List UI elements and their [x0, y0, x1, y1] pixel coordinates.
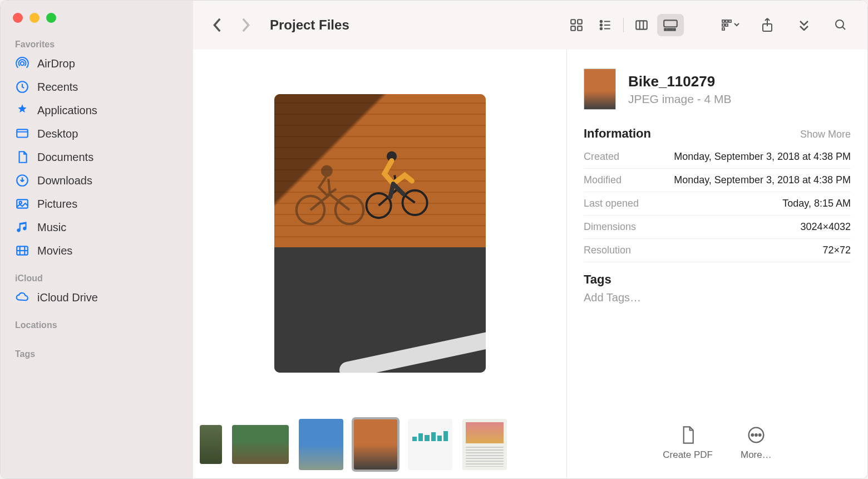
svg-rect-14	[578, 26, 582, 31]
sidebar-item-airdrop[interactable]: AirDrop	[1, 52, 193, 75]
minimize-window-button[interactable]	[29, 13, 40, 23]
sidebar-section-icloud: iCloud	[1, 270, 193, 286]
toolbar: Project Files	[193, 1, 867, 50]
thumbnail-item[interactable]	[462, 419, 507, 470]
sidebar-item-desktop[interactable]: Desktop	[1, 122, 193, 145]
file-header: Bike_110279 JPEG image - 4 MB	[584, 69, 851, 110]
sidebar-item-movies[interactable]: Movies	[1, 239, 193, 262]
toolbar-actions	[717, 14, 854, 36]
info-value: 72×72	[822, 245, 851, 256]
more-actions-button[interactable]: More…	[741, 425, 772, 461]
info-row-modified: Modified Monday, September 3, 2018 at 4:…	[584, 169, 851, 192]
info-value: 3024×4032	[800, 221, 851, 233]
music-icon	[15, 220, 29, 234]
info-row-resolution: Resolution 72×72	[584, 239, 851, 262]
quick-action-label: Create PDF	[663, 449, 713, 461]
info-value: Today, 8:15 AM	[782, 198, 851, 209]
info-value: Monday, September 3, 2018 at 4:38 PM	[674, 174, 851, 186]
sidebar-section-locations: Locations	[1, 317, 193, 333]
search-button[interactable]	[827, 14, 854, 36]
window-controls	[1, 7, 193, 36]
sidebar-item-label: Music	[37, 221, 66, 234]
sidebar-item-documents[interactable]: Documents	[1, 145, 193, 169]
preview-pane	[193, 50, 567, 478]
file-thumbnail	[584, 69, 616, 110]
more-icon	[746, 425, 766, 445]
info-panel: Bike_110279 JPEG image - 4 MB Informatio…	[567, 50, 867, 478]
svg-point-45	[751, 434, 753, 436]
thumbnail-item[interactable]	[200, 425, 222, 464]
more-toolbar-button[interactable]	[791, 14, 817, 36]
svg-point-46	[755, 434, 757, 436]
svg-rect-34	[722, 28, 724, 30]
svg-rect-33	[726, 24, 728, 26]
quick-actions: Create PDF More…	[584, 425, 851, 467]
info-value: Monday, September 3, 2018 at 4:38 PM	[674, 151, 851, 163]
create-pdf-button[interactable]: Create PDF	[663, 425, 713, 461]
thumbnail-item[interactable]	[299, 419, 343, 470]
cloud-icon	[15, 290, 29, 305]
tags-input[interactable]: Add Tags…	[584, 291, 851, 304]
sidebar-item-pictures[interactable]: Pictures	[1, 192, 193, 216]
svg-rect-29	[722, 20, 724, 22]
sidebar: Favorites AirDrop Recents Applications D…	[1, 1, 193, 478]
close-window-button[interactable]	[13, 13, 23, 23]
tags-section-title: Tags	[584, 272, 851, 287]
show-more-button[interactable]: Show More	[800, 129, 851, 140]
maximize-window-button[interactable]	[46, 13, 56, 23]
sidebar-item-label: Desktop	[37, 128, 78, 140]
applications-icon	[15, 103, 29, 118]
content-area: Bike_110279 JPEG image - 4 MB Informatio…	[193, 50, 867, 478]
pictures-icon	[15, 197, 29, 211]
svg-point-36	[836, 20, 844, 28]
sidebar-item-applications[interactable]: Applications	[1, 99, 193, 122]
info-key: Created	[584, 151, 619, 163]
svg-rect-25	[664, 28, 666, 30]
svg-point-47	[759, 434, 761, 436]
clock-icon	[15, 80, 29, 94]
downloads-icon	[15, 173, 29, 188]
thumbnail-strip	[193, 417, 566, 478]
share-button[interactable]	[754, 14, 781, 36]
sidebar-item-recents[interactable]: Recents	[1, 75, 193, 99]
sidebar-item-icloud-drive[interactable]: iCloud Drive	[1, 286, 193, 309]
preview-image[interactable]	[274, 94, 486, 373]
view-gallery-button[interactable]	[657, 14, 684, 36]
sidebar-item-label: Pictures	[37, 198, 77, 211]
sidebar-item-label: Applications	[37, 104, 97, 117]
file-subtitle: JPEG image - 4 MB	[628, 92, 732, 106]
info-row-created: Created Monday, September 3, 2018 at 4:3…	[584, 145, 851, 169]
group-by-button[interactable]	[717, 14, 744, 36]
svg-rect-31	[729, 20, 731, 22]
movies-icon	[15, 243, 29, 258]
sidebar-item-label: AirDrop	[37, 57, 75, 70]
svg-point-17	[600, 24, 602, 26]
sidebar-section-favorites: Favorites	[1, 36, 193, 52]
sidebar-item-label: Documents	[37, 151, 93, 164]
svg-point-40	[322, 167, 332, 176]
svg-rect-28	[673, 28, 675, 30]
preview-main	[193, 50, 566, 417]
thumbnail-item-selected[interactable]	[353, 419, 398, 470]
thumbnail-item[interactable]	[232, 425, 289, 464]
info-key: Resolution	[584, 245, 631, 256]
info-key: Last opened	[584, 198, 639, 209]
sidebar-item-music[interactable]: Music	[1, 216, 193, 239]
info-section-header: Information Show More	[584, 126, 851, 141]
svg-rect-27	[670, 28, 672, 30]
view-list-button[interactable]	[592, 14, 619, 36]
svg-point-0	[21, 62, 24, 66]
view-column-button[interactable]	[628, 14, 655, 36]
thumbnail-item[interactable]	[408, 419, 452, 470]
airdrop-icon	[15, 56, 29, 71]
svg-rect-24	[664, 20, 677, 27]
sidebar-item-downloads[interactable]: Downloads	[1, 169, 193, 192]
nav-back-button[interactable]	[206, 14, 229, 36]
svg-rect-13	[571, 26, 575, 31]
info-section-title: Information	[584, 126, 651, 141]
sidebar-item-label: Downloads	[37, 174, 92, 187]
nav-forward-button[interactable]	[234, 14, 257, 36]
sidebar-item-label: Recents	[37, 81, 78, 94]
svg-rect-26	[668, 28, 669, 30]
view-icon-button[interactable]	[563, 14, 590, 36]
